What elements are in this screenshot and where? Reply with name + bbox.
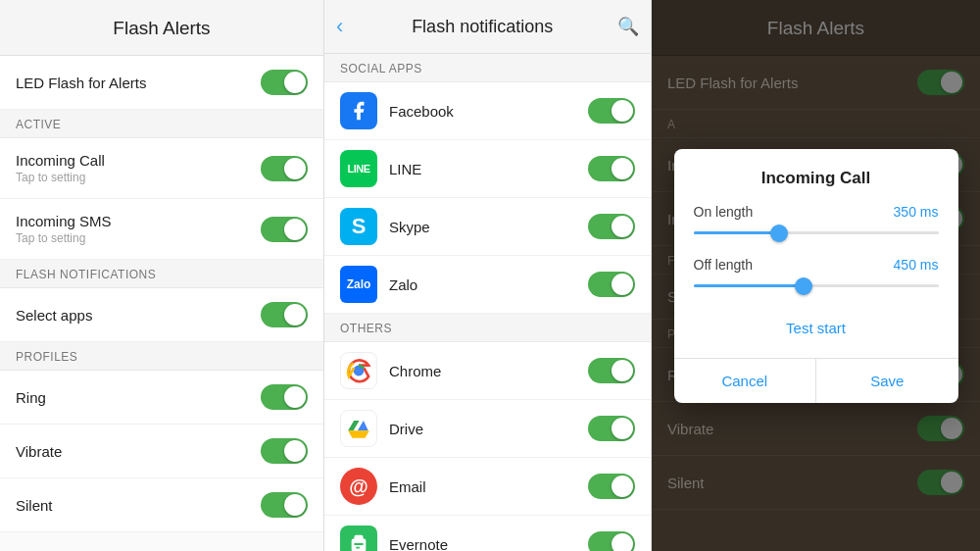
ring-row[interactable]: Ring <box>0 371 323 425</box>
search-icon[interactable]: 🔍 <box>617 16 639 37</box>
panel2-title: Flash notifications <box>355 17 610 37</box>
dialog-title: Incoming Call <box>674 149 958 200</box>
evernote-row[interactable]: Evernote <box>324 516 651 551</box>
skype-row[interactable]: S Skype <box>324 198 651 256</box>
dialog-overlay: Incoming Call On length 350 ms Off lengt… <box>652 0 980 551</box>
vibrate-toggle[interactable] <box>261 438 308 464</box>
on-length-value: 350 ms <box>894 204 939 220</box>
on-length-fill <box>694 231 780 234</box>
chrome-label: Chrome <box>389 363 576 379</box>
dialog-actions: Cancel Save <box>674 358 958 403</box>
drive-row[interactable]: Drive <box>324 400 651 458</box>
select-apps-row[interactable]: Select apps <box>0 288 323 342</box>
email-label: Email <box>389 478 576 495</box>
on-length-track <box>694 231 939 234</box>
chrome-toggle[interactable] <box>588 358 635 383</box>
save-button[interactable]: Save <box>816 359 958 403</box>
zalo-toggle[interactable] <box>588 272 635 297</box>
panel1-title: Flash Alerts <box>113 18 210 38</box>
incoming-sms-row[interactable]: Incoming SMS Tap to setting <box>0 199 323 260</box>
test-start-button[interactable]: Test start <box>694 310 939 346</box>
skype-toggle[interactable] <box>588 214 635 239</box>
evernote-label: Evernote <box>389 536 576 552</box>
line-toggle[interactable] <box>588 156 635 181</box>
incoming-sms-sublabel: Tap to setting <box>16 231 112 245</box>
led-flash-toggle[interactable] <box>261 70 308 95</box>
panel2-header: ‹ Flash notifications 🔍 <box>324 0 651 54</box>
select-apps-toggle[interactable] <box>261 302 308 327</box>
led-flash-label: LED Flash for Alerts <box>16 75 146 91</box>
on-length-label: On length <box>694 204 754 220</box>
zalo-row[interactable]: Zalo Zalo <box>324 256 651 314</box>
panel2-flash-notifications: ‹ Flash notifications 🔍 SOCIAL APPS Face… <box>324 0 652 551</box>
on-length-slider[interactable] <box>694 224 939 243</box>
chrome-row[interactable]: Chrome <box>324 342 651 400</box>
section-others: OTHERS <box>324 314 651 342</box>
panel3-flash-alerts-bg: Flash Alerts LED Flash for Alerts A Ir I… <box>652 0 980 551</box>
facebook-icon <box>340 92 377 129</box>
ring-toggle[interactable] <box>261 384 308 410</box>
section-flash: FLASH NOTIFICATIONS <box>0 260 323 288</box>
section-social-apps: SOCIAL APPS <box>324 54 651 82</box>
facebook-label: Facebook <box>389 103 576 120</box>
incoming-call-toggle[interactable] <box>261 156 308 181</box>
cancel-button[interactable]: Cancel <box>674 359 816 403</box>
vibrate-label: Vibrate <box>16 443 62 460</box>
ring-label: Ring <box>16 389 46 406</box>
incoming-call-dialog: Incoming Call On length 350 ms Off lengt… <box>674 149 958 403</box>
silent-label: Silent <box>16 497 53 514</box>
section-profiles: PROFILES <box>0 342 323 371</box>
silent-toggle[interactable] <box>261 492 308 518</box>
zalo-icon: Zalo <box>340 266 377 303</box>
evernote-toggle[interactable] <box>588 531 635 551</box>
silent-row[interactable]: Silent <box>0 478 323 532</box>
drive-toggle[interactable] <box>588 416 635 441</box>
chrome-icon <box>340 352 377 389</box>
off-length-thumb[interactable] <box>795 277 812 295</box>
on-length-row: On length 350 ms <box>694 204 939 220</box>
incoming-call-row[interactable]: Incoming Call Tap to setting <box>0 138 323 199</box>
incoming-call-sublabel: Tap to setting <box>16 171 105 184</box>
incoming-call-label: Incoming Call <box>16 152 105 169</box>
drive-label: Drive <box>389 421 576 437</box>
on-length-thumb[interactable] <box>770 225 788 242</box>
off-length-row: Off length 450 ms <box>694 257 939 273</box>
line-row[interactable]: LINE LINE <box>324 140 651 198</box>
incoming-sms-toggle[interactable] <box>261 217 308 242</box>
panel1-body: LED Flash for Alerts ACTIVE Incoming Cal… <box>0 56 323 551</box>
led-flash-row[interactable]: LED Flash for Alerts <box>0 56 323 110</box>
off-length-track <box>694 284 939 287</box>
select-apps-label: Select apps <box>16 307 92 324</box>
drive-icon <box>340 410 377 447</box>
panel1-flash-alerts: Flash Alerts LED Flash for Alerts ACTIVE… <box>0 0 324 551</box>
email-toggle[interactable] <box>588 474 635 499</box>
back-button[interactable]: ‹ <box>336 14 343 39</box>
line-label: LINE <box>389 161 576 177</box>
facebook-row[interactable]: Facebook <box>324 82 651 140</box>
zalo-label: Zalo <box>389 276 576 293</box>
dialog-body: On length 350 ms Off length 450 ms <box>674 200 958 358</box>
email-icon: @ <box>340 468 377 505</box>
skype-icon: S <box>340 208 377 245</box>
off-length-value: 450 ms <box>894 257 939 273</box>
off-length-label: Off length <box>694 257 753 273</box>
email-row[interactable]: @ Email <box>324 458 651 516</box>
skype-label: Skype <box>389 219 576 235</box>
panel1-header: Flash Alerts <box>0 0 323 56</box>
incoming-sms-label: Incoming SMS <box>16 213 112 229</box>
vibrate-row[interactable]: Vibrate <box>0 425 323 478</box>
off-length-slider[interactable] <box>694 276 939 296</box>
section-active: ACTIVE <box>0 110 323 138</box>
evernote-icon <box>340 526 377 551</box>
facebook-toggle[interactable] <box>588 98 635 124</box>
line-icon: LINE <box>340 150 377 187</box>
panel2-body: SOCIAL APPS Facebook LINE LINE S Skype Z… <box>324 54 651 551</box>
off-length-fill <box>694 284 805 287</box>
